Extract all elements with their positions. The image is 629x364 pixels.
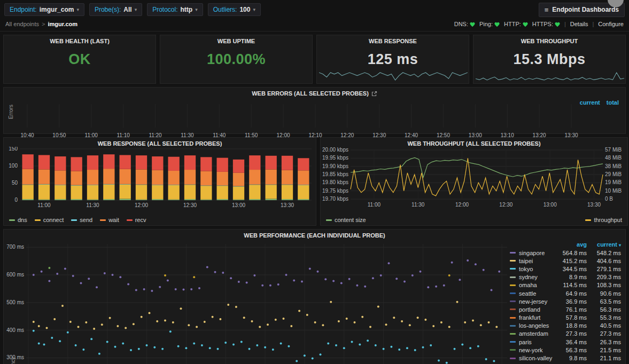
legend-item-total[interactable]: total bbox=[607, 99, 619, 106]
svg-text:19 MiB: 19 MiB bbox=[605, 179, 622, 185]
sort-by-current-header[interactable]: current ▾ bbox=[587, 241, 621, 248]
outliers-dropdown[interactable]: Outliers: 100 ▾ bbox=[208, 3, 261, 16]
status-http-label: HTTP: bbox=[504, 21, 521, 27]
web-errors-chart[interactable]: 10:4010:5011:0011:1011:2011:3011:4011:50… bbox=[4, 97, 625, 143]
svg-text:400 ms: 400 ms bbox=[6, 327, 24, 333]
legend-row-paris[interactable]: paris36.4 ms26.3 ms bbox=[510, 338, 621, 346]
series-color-swatch bbox=[510, 292, 516, 294]
svg-text:11:00: 11:00 bbox=[37, 202, 51, 208]
avg-value: 36.4 ms bbox=[556, 339, 587, 345]
current-value: 21.5 ms bbox=[587, 347, 621, 353]
legend-row-omaha[interactable]: omaha114.5 ms108.3 ms bbox=[510, 281, 621, 289]
svg-text:38 MiB: 38 MiB bbox=[605, 163, 622, 169]
legend-row-sydney[interactable]: sydney8.9 ms209.3 ms bbox=[510, 273, 621, 281]
web-performance-chart[interactable]: 700 ms600 ms500 ms400 ms300 ms bbox=[4, 239, 510, 364]
legend-row-amsterdam[interactable]: amsterdam27.3 ms27.3 ms bbox=[510, 330, 621, 338]
web-performance-panel: WEB PERFORMANCE (EACH INDIVIDUAL PROBE) … bbox=[3, 229, 626, 364]
probe-name: new-jersey bbox=[519, 298, 556, 305]
probes-dropdown[interactable]: Probe(s): All ▾ bbox=[89, 3, 142, 16]
errors-legend: current total bbox=[580, 99, 619, 106]
svg-text:0: 0 bbox=[14, 197, 18, 203]
svg-text:19.70 kbps: 19.70 kbps bbox=[322, 196, 348, 202]
legend-row-los-angeles[interactable]: los-angeles18.8 ms40.5 ms bbox=[510, 322, 621, 330]
probe-name: seattle bbox=[519, 290, 556, 297]
legend-item-current[interactable]: current bbox=[580, 99, 600, 106]
web-health-panel: WEB HEALTH (LAST) OK bbox=[3, 35, 156, 84]
web-health-value: OK bbox=[4, 51, 156, 68]
web-throughput-stat-title[interactable]: WEB THROUGHPUT bbox=[473, 35, 625, 44]
configure-link[interactable]: Configure bbox=[598, 21, 624, 27]
legend-row-new-york[interactable]: new-york56.3 ms21.5 ms bbox=[510, 346, 621, 354]
probe-name: paris bbox=[519, 339, 556, 345]
web-uptime-title[interactable]: WEB UPTIME bbox=[160, 35, 312, 44]
current-header-label: current bbox=[597, 241, 617, 248]
legend-row-frankfurt[interactable]: frankfurt57.8 ms55.3 ms bbox=[510, 314, 621, 322]
svg-text:0 B: 0 B bbox=[605, 196, 613, 202]
current-value: 90.6 ms bbox=[587, 290, 621, 297]
svg-text:19.75 kbps: 19.75 kbps bbox=[322, 188, 348, 194]
legend-item-send[interactable]: send bbox=[71, 217, 92, 223]
throughput-legend: throughput bbox=[585, 217, 622, 223]
legend-item-dns[interactable]: dns bbox=[9, 217, 27, 223]
svg-text:13:30: 13:30 bbox=[281, 202, 294, 208]
web-errors-panel: WEB ERRORS (ALL SELECTED PROBES) Errors … bbox=[3, 87, 626, 134]
svg-text:19.95 kbps: 19.95 kbps bbox=[322, 155, 348, 161]
legend-row-portland[interactable]: portland76.1 ms56.3 ms bbox=[510, 305, 621, 313]
web-response-sparkline bbox=[319, 70, 468, 82]
outliers-dropdown-label: Outliers: bbox=[213, 6, 237, 13]
status-ping-label: Ping: bbox=[479, 21, 493, 27]
endpoint-dropdown[interactable]: Endpoint: imgur_com ▾ bbox=[4, 3, 84, 16]
series-color-swatch bbox=[510, 260, 516, 262]
chevron-down-icon: ▾ bbox=[76, 7, 79, 12]
svg-text:19.80 kbps: 19.80 kbps bbox=[322, 179, 348, 185]
web-throughput-title[interactable]: WEB THROUGHPUT (ALL SELECTED PROBES) bbox=[321, 138, 627, 147]
web-response-panel: WEB RESPONSE (ALL SELECTED PROBES) 05010… bbox=[3, 137, 316, 226]
probes-dropdown-value: All bbox=[123, 6, 131, 13]
svg-text:10 MiB: 10 MiB bbox=[605, 188, 622, 194]
legend-row-taipei[interactable]: taipei415.2 ms404.6 ms bbox=[510, 257, 621, 265]
chevron-down-icon: ▾ bbox=[195, 7, 198, 12]
web-response-title[interactable]: WEB RESPONSE (ALL SELECTED PROBES) bbox=[4, 138, 316, 147]
web-response-chart[interactable]: 05010015011:0011:3012:0012:3013:0013:30 bbox=[4, 147, 316, 210]
legend-row-singapore[interactable]: singapore564.8 ms548.2 ms bbox=[510, 249, 621, 257]
protocol-dropdown-label: Protocol: bbox=[152, 6, 177, 13]
legend-item-throughput[interactable]: throughput bbox=[585, 217, 622, 223]
legend-row-seattle[interactable]: seattle64.9 ms90.6 ms bbox=[510, 289, 621, 297]
legend-row-new-jersey[interactable]: new-jersey36.9 ms63.5 ms bbox=[510, 297, 621, 305]
web-response-legend: dnsconnectsendwaitrecv bbox=[9, 217, 146, 223]
breadcrumb-root-link[interactable]: All endpoints bbox=[5, 21, 39, 27]
endpoint-dropdown-value: imgur_com bbox=[40, 6, 74, 13]
web-response-stat-title[interactable]: WEB RESPONSE bbox=[317, 35, 469, 44]
legend-item-recv[interactable]: recv bbox=[127, 217, 146, 223]
probe-name: portland bbox=[519, 306, 556, 313]
web-throughput-chart[interactable]: 20.00 kbps57 MiB19.95 kbps48 MiB19.90 kb… bbox=[321, 147, 627, 210]
avg-value: 64.9 ms bbox=[556, 290, 587, 297]
legend-row-silicon-valley[interactable]: silicon-valley9.8 ms21.1 ms bbox=[510, 354, 621, 362]
svg-text:13:30: 13:30 bbox=[587, 202, 601, 208]
series-color-swatch bbox=[127, 219, 133, 221]
svg-text:19.85 kbps: 19.85 kbps bbox=[322, 171, 348, 177]
probe-name: omaha bbox=[519, 282, 556, 288]
series-color-swatch bbox=[510, 325, 516, 327]
web-errors-title[interactable]: WEB ERRORS (ALL SELECTED PROBES) bbox=[4, 88, 625, 97]
green-heart-icon bbox=[470, 22, 475, 27]
legend-item-content-size[interactable]: content size bbox=[326, 217, 366, 223]
svg-text:13:00: 13:00 bbox=[543, 202, 557, 208]
legend-row-tokyo[interactable]: tokyo344.5 ms279.1 ms bbox=[510, 265, 621, 273]
series-color-swatch bbox=[510, 276, 516, 278]
protocol-dropdown[interactable]: Protocol: http ▾ bbox=[147, 3, 203, 16]
series-color-swatch bbox=[510, 317, 516, 319]
web-throughput-stat-value: 15.3 Mbps bbox=[473, 51, 625, 68]
web-uptime-panel: WEB UPTIME 100.00% bbox=[160, 35, 313, 84]
svg-text:12:00: 12:00 bbox=[455, 202, 469, 208]
web-health-title[interactable]: WEB HEALTH (LAST) bbox=[4, 35, 156, 44]
external-link-icon[interactable] bbox=[371, 91, 377, 97]
performance-legend-header: avg current ▾ bbox=[510, 240, 621, 249]
details-link[interactable]: Details bbox=[570, 21, 588, 27]
sort-by-avg-header[interactable]: avg bbox=[556, 241, 587, 248]
web-performance-title[interactable]: WEB PERFORMANCE (EACH INDIVIDUAL PROBE) bbox=[4, 230, 625, 239]
legend-item-connect[interactable]: connect bbox=[35, 217, 64, 223]
avg-value: 76.1 ms bbox=[556, 306, 587, 313]
legend-item-wait[interactable]: wait bbox=[100, 217, 119, 223]
web-throughput-panel: WEB THROUGHPUT (ALL SELECTED PROBES) 20.… bbox=[320, 137, 628, 226]
